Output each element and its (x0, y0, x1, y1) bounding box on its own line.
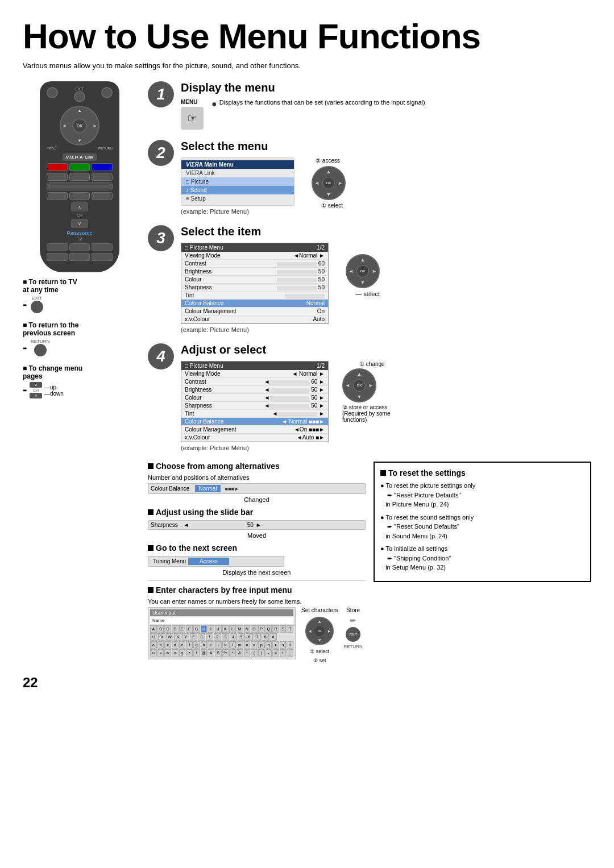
select-label: ① select (321, 202, 343, 209)
remote-top-right-btn (101, 87, 113, 98)
char-ok: OK (314, 626, 325, 636)
step-4-dpad: ▲ ▼ ◄ ► OK (342, 368, 376, 402)
note-return-title: ■ To return to theprevious screen (23, 321, 136, 337)
return-note-btn (34, 344, 47, 356)
char-grid: User input Name ABC DEF GHI JKL MNO PQR (148, 607, 296, 659)
slide-bar-row: Sharpness ◄ 50 ► (148, 520, 366, 530)
s4-row-tint: Tint ◄ ► (181, 410, 328, 418)
exit-label: EXIT (74, 87, 85, 91)
page-title: How to Use Menu Functions (23, 17, 591, 56)
step-2-title: Select the menu (181, 140, 591, 153)
step-4-menu-page: 1/2 (317, 363, 325, 369)
char-return-label: RETURN (343, 644, 362, 649)
pm-row-viewing: Viewing Mode◄Normal ► (181, 252, 328, 260)
ch-up-btn: ∧ (71, 202, 88, 211)
down-label: —down (44, 391, 64, 397)
step-4-block: 4 Adjust or select □ Picture Menu 1/2 Vi… (148, 343, 591, 451)
char-set-sublabel: ② set (313, 658, 326, 663)
step-3-title: Select the item (181, 225, 591, 238)
nav-ok: OK (322, 177, 335, 189)
step-3-menu-header: □ Picture Menu (185, 244, 223, 251)
pm-row-colour: Colour 50 (181, 276, 328, 284)
reset-title: To reset the settings (380, 468, 584, 477)
choose-title: Choose from among alternatives (148, 462, 366, 471)
dpad-right-arrow: ► (93, 123, 97, 128)
pm-row-tint: Tint (181, 292, 328, 300)
step-4-note: (example: Picture Menu) (181, 445, 329, 451)
s4-row-brightness: Brightness ◄ 50 ► (181, 386, 328, 394)
step-1-block: 1 Display the menu MENU ☞ ● Displays the… (148, 81, 591, 130)
choose-desc: Number and positions of alternatives (148, 474, 366, 481)
page-number: 22 (23, 675, 591, 691)
dpad-ok-button: OK (72, 118, 87, 133)
step4-nav-up: ▲ (357, 371, 362, 377)
step-3-select-label: — select (355, 290, 380, 297)
dpad: ▲ ▼ ◄ ► OK (60, 106, 99, 146)
step-4-menu-header: □ Picture Menu (185, 363, 223, 369)
menu-button-label: MENU (181, 99, 204, 105)
viera-badge: VIΣЯA Link (63, 153, 97, 161)
subtitle: Various menus allow you to make settings… (23, 61, 591, 70)
setup-item: ≡ Setup (181, 194, 294, 203)
step-4-title: Adjust or select (181, 343, 591, 356)
nav-right-arrow: ► (338, 180, 343, 186)
s4-row-colourbalance: Colour Balance◄ Normal ■■■► (181, 418, 328, 426)
step-1-number: 1 (148, 81, 174, 107)
reset-box: To reset the settings ● To reset the pic… (374, 462, 591, 582)
char-select-label: ① select (310, 649, 329, 654)
step3-nav-up: ▲ (360, 257, 366, 263)
step4-nav-left: ◄ (345, 383, 350, 388)
pm-row-colourbalance: Colour BalanceNormal (181, 300, 328, 308)
slide-item-label: Sharpness (151, 522, 178, 528)
choose-item-value: Normal (195, 485, 220, 492)
next-title: Go to the next screen (148, 543, 366, 553)
step-2-dpad: ▲ ▼ ◄ ► OK (312, 166, 346, 200)
pm-row-contrast: Contrast 60 (181, 260, 328, 268)
menu-label: MENU (47, 147, 57, 150)
nav-down-arrow: ▼ (326, 192, 331, 197)
char-nav-left: ◄ (308, 629, 312, 634)
step-3-number: 3 (148, 225, 174, 251)
step3-nav-left: ◄ (349, 268, 354, 274)
main-menu-header: VIΣЯA Main Menu (181, 160, 294, 169)
nav-up-arrow: ▲ (326, 169, 331, 175)
ch-label: CH (77, 213, 82, 217)
char-nav-down: ▼ (317, 638, 322, 643)
note-tv-title: ■ To return to TVat any time (23, 278, 136, 294)
step-2-block: 2 Select the menu VIΣЯA Main Menu VIERA … (148, 140, 591, 215)
s4-row-contrast: Contrast ◄ 60 ► (181, 378, 328, 386)
panasonic-logo: Panasonic (47, 230, 113, 236)
char-dpad: ▲ ▼ ◄ ► OK (305, 617, 334, 645)
menu-hand-icon: ☞ (181, 107, 204, 130)
step-4-menu: □ Picture Menu 1/2 Viewing Mode◄ Normal … (181, 361, 329, 442)
up-label: —up (44, 384, 64, 391)
next-screen-label: Displays the next screen (148, 569, 366, 576)
step4-nav-down: ▼ (357, 394, 362, 400)
viera-link-item: VIERA Link (181, 169, 294, 177)
exit-note-btn (31, 301, 43, 313)
dpad-left-arrow: ◄ (62, 123, 67, 128)
dpad-down-arrow: ▼ (77, 138, 82, 143)
char-title: Enter characters by free input menu (148, 585, 366, 595)
step-3-dpad: ▲ ▼ ◄ ► OK (346, 254, 380, 288)
s4-row-viewing: Viewing Mode◄ Normal ► (181, 370, 328, 378)
char-nav-up: ▲ (317, 619, 322, 624)
step-1-title: Display the menu (181, 81, 591, 94)
step4-nav-right: ► (368, 383, 374, 388)
remote-bottom-buttons (47, 243, 113, 261)
char-set-label: Set characters (301, 607, 338, 613)
picture-item: □ Picture (181, 177, 294, 186)
s4-row-sharpness: Sharpness ◄ 50 ► (181, 402, 328, 410)
exit-button (74, 91, 85, 102)
access-label: ② access (316, 157, 340, 164)
step3-nav-right: ► (372, 268, 377, 274)
nav-left-arrow: ◄ (314, 180, 320, 186)
char-desc: You can enter names or numbers freely fo… (148, 598, 366, 605)
step-3-menu-page: 1/2 (317, 244, 325, 251)
pm-row-xvcolour: x.v.ColourAuto (181, 315, 328, 323)
char-name-row: Name (150, 617, 293, 624)
step-2-number: 2 (148, 140, 174, 166)
step-2-note: (example: Picture Menu) (181, 208, 294, 215)
s4-row-colour: Colour ◄ 50 ► (181, 394, 328, 402)
tv-label: TV (47, 237, 113, 241)
